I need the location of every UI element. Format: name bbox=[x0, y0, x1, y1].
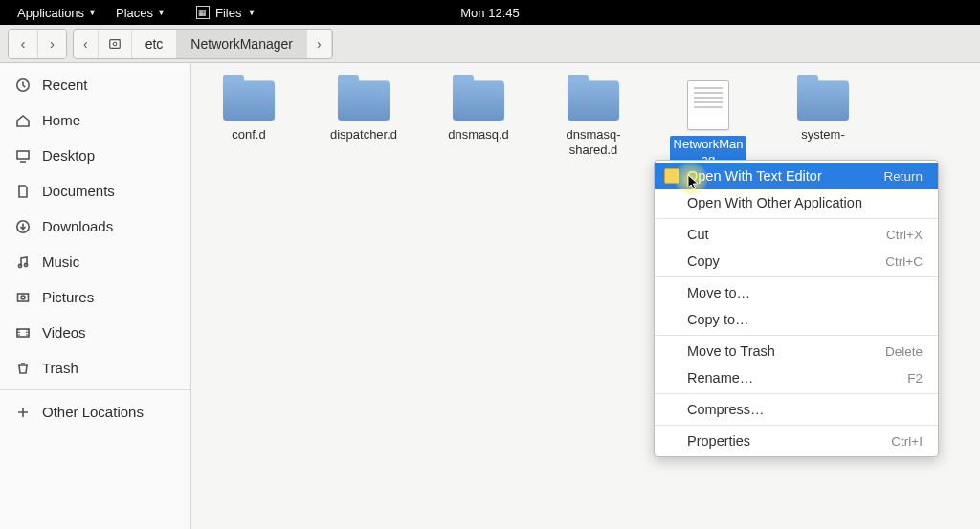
menu-item-accel: Ctrl+X bbox=[886, 228, 923, 242]
path-next-button[interactable]: › bbox=[307, 30, 332, 58]
sidebar-item-pictures[interactable]: Pictures bbox=[0, 279, 190, 315]
toolbar: ‹ › ‹ etc NetworkManager › bbox=[0, 25, 980, 63]
sidebar-item-trash[interactable]: Trash bbox=[0, 350, 190, 386]
file-label: dnsmasq-shared.d bbox=[555, 126, 632, 158]
menu-item[interactable]: CopyCtrl+C bbox=[655, 248, 938, 275]
path-prev-button[interactable]: ‹ bbox=[74, 30, 99, 58]
svg-point-6 bbox=[24, 263, 27, 266]
pictures-icon bbox=[15, 290, 31, 305]
downloads-icon bbox=[15, 219, 31, 234]
sidebar-item-videos[interactable]: Videos bbox=[0, 315, 190, 350]
menu-item-label: Open With Other Application bbox=[687, 195, 862, 210]
sidebar-item-music[interactable]: Music bbox=[0, 244, 190, 279]
file-label: dnsmasq.d bbox=[446, 126, 511, 143]
places-menu[interactable]: Places ▼ bbox=[106, 6, 175, 20]
clock[interactable]: Mon 12:45 bbox=[460, 6, 519, 20]
context-menu: Open With Text EditorReturnOpen With Oth… bbox=[654, 160, 939, 457]
sidebar-item-label: Pictures bbox=[42, 289, 94, 305]
svg-point-1 bbox=[113, 42, 117, 46]
folder-icon bbox=[453, 80, 504, 121]
menu-item-accel: F2 bbox=[907, 371, 923, 386]
menu-item-label: Cut bbox=[687, 227, 709, 242]
menu-item[interactable]: Copy to… bbox=[655, 306, 938, 333]
menu-item-label: Copy bbox=[687, 253, 720, 269]
menu-item[interactable]: Open With Other Application bbox=[655, 189, 938, 216]
sidebar: Recent Home Desktop Documents Downloads … bbox=[0, 63, 191, 529]
menu-separator bbox=[655, 393, 938, 394]
plus-icon bbox=[15, 405, 31, 420]
sidebar-item-label: Music bbox=[42, 253, 79, 270]
app-menu[interactable]: ▦ Files ▼ bbox=[187, 6, 265, 20]
menu-item-accel: Ctrl+C bbox=[885, 254, 923, 269]
path-bar: ‹ etc NetworkManager › bbox=[73, 29, 333, 59]
files-app-icon: ▦ bbox=[196, 6, 210, 19]
menu-item-label: Move to Trash bbox=[687, 343, 775, 359]
chevron-down-icon: ▼ bbox=[247, 8, 256, 17]
menu-separator bbox=[655, 335, 938, 336]
folder-icon bbox=[338, 80, 390, 121]
clock-icon bbox=[15, 77, 31, 93]
forward-button[interactable]: › bbox=[37, 30, 66, 58]
path-disk-icon[interactable] bbox=[99, 30, 132, 58]
sidebar-item-downloads[interactable]: Downloads bbox=[0, 209, 190, 244]
sidebar-item-label: Other Locations bbox=[42, 404, 144, 420]
menu-item[interactable]: Open With Text EditorReturn bbox=[655, 163, 938, 189]
menu-item[interactable]: Move to TrashDelete bbox=[655, 338, 938, 364]
sidebar-item-home[interactable]: Home bbox=[0, 102, 190, 138]
sidebar-item-desktop[interactable]: Desktop bbox=[0, 138, 190, 173]
file-item[interactable]: dispatcher.d bbox=[325, 80, 402, 167]
sidebar-item-recent[interactable]: Recent bbox=[0, 67, 190, 102]
home-icon bbox=[15, 113, 31, 128]
nav-buttons: ‹ › bbox=[8, 29, 67, 59]
file-item[interactable]: dnsmasq.d bbox=[440, 80, 517, 167]
sidebar-item-label: Trash bbox=[42, 360, 78, 376]
back-button[interactable]: ‹ bbox=[9, 30, 37, 58]
sidebar-item-label: Desktop bbox=[42, 147, 95, 164]
applications-menu-label: Applications bbox=[17, 6, 84, 20]
places-menu-label: Places bbox=[116, 6, 153, 20]
menu-item[interactable]: Compress… bbox=[655, 396, 938, 423]
menu-item-label: Copy to… bbox=[687, 312, 748, 327]
sidebar-item-documents[interactable]: Documents bbox=[0, 173, 190, 209]
svg-rect-3 bbox=[17, 151, 29, 159]
gnome-top-bar: Applications ▼ Places ▼ ▦ Files ▼ Mon 12… bbox=[0, 0, 980, 25]
file-item[interactable]: NetworkManag bbox=[670, 80, 746, 167]
sidebar-item-other-locations[interactable]: Other Locations bbox=[0, 394, 190, 430]
menu-item-accel: Return bbox=[883, 169, 923, 184]
path-segment-current[interactable]: NetworkManager bbox=[177, 30, 307, 58]
menu-item-label: Move to… bbox=[687, 285, 750, 300]
menu-item-label: Compress… bbox=[687, 402, 765, 417]
menu-separator bbox=[655, 425, 938, 426]
chevron-down-icon: ▼ bbox=[157, 8, 166, 17]
applications-menu[interactable]: Applications ▼ bbox=[8, 6, 106, 20]
clock-label: Mon 12:45 bbox=[460, 6, 519, 20]
documents-icon bbox=[15, 184, 31, 199]
svg-rect-0 bbox=[109, 39, 120, 48]
folder-icon bbox=[568, 80, 619, 121]
sidebar-item-label: Recent bbox=[42, 77, 88, 93]
svg-point-8 bbox=[21, 296, 25, 299]
menu-separator bbox=[655, 218, 938, 219]
menu-item-label: Open With Text Editor bbox=[687, 168, 822, 184]
file-item[interactable]: dnsmasq-shared.d bbox=[555, 80, 632, 167]
menu-item[interactable]: PropertiesCtrl+I bbox=[655, 428, 938, 454]
file-label: dispatcher.d bbox=[328, 126, 399, 143]
sidebar-separator bbox=[0, 389, 190, 390]
menu-item-label: Rename… bbox=[687, 370, 753, 386]
folder-icon bbox=[797, 80, 849, 121]
file-item[interactable]: system- bbox=[785, 80, 861, 167]
file-label: conf.d bbox=[230, 126, 267, 143]
menu-item[interactable]: Rename…F2 bbox=[655, 364, 938, 391]
sidebar-item-label: Home bbox=[42, 112, 80, 128]
disk-icon bbox=[108, 37, 122, 51]
videos-icon bbox=[15, 325, 31, 341]
menu-item[interactable]: CutCtrl+X bbox=[655, 221, 938, 248]
menu-item[interactable]: Move to… bbox=[655, 279, 938, 306]
svg-point-5 bbox=[18, 264, 21, 267]
music-icon bbox=[15, 254, 31, 270]
trash-icon bbox=[15, 361, 31, 376]
file-item[interactable]: conf.d bbox=[211, 80, 287, 167]
sidebar-item-label: Downloads bbox=[42, 218, 113, 234]
path-segment-etc[interactable]: etc bbox=[132, 30, 178, 58]
chevron-down-icon: ▼ bbox=[88, 8, 97, 17]
